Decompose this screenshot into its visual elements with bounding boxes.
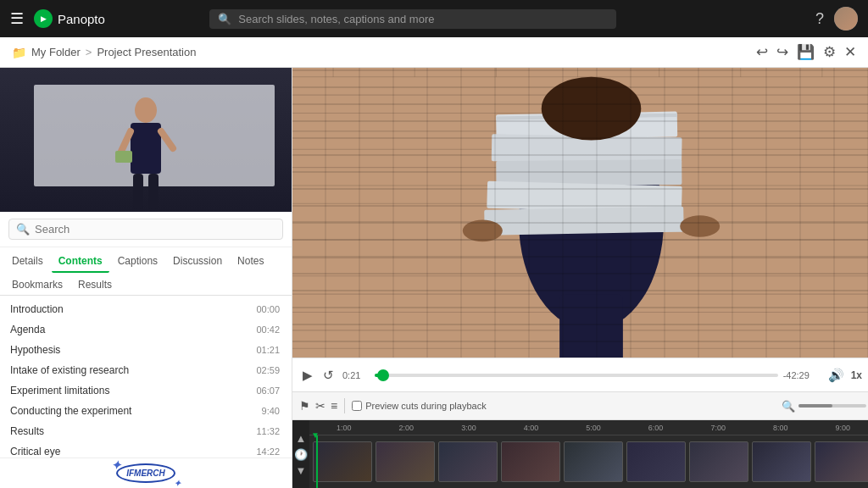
timeline-tracks[interactable] bbox=[309, 435, 868, 488]
brick-overlay bbox=[292, 68, 868, 358]
thumbnail-item[interactable] bbox=[752, 441, 811, 482]
avatar[interactable] bbox=[834, 7, 858, 30]
main-content: 🔍 Details Contents Captions Discussion N… bbox=[0, 68, 868, 488]
thumbnail-item[interactable] bbox=[313, 441, 372, 482]
avatar-image bbox=[834, 7, 858, 30]
close-button[interactable]: ✕ bbox=[844, 43, 856, 61]
global-search-input[interactable] bbox=[238, 13, 608, 25]
list-item[interactable]: Agenda 00:42 bbox=[0, 319, 292, 340]
breadcrumb-title: Project Presentation bbox=[97, 46, 196, 58]
ruler-mark: 3:00 bbox=[437, 424, 500, 432]
left-nav-arrows: ▲ 🕐 ▼ bbox=[292, 420, 309, 488]
rewind-button[interactable]: ↺ bbox=[321, 366, 336, 385]
folder-icon: 📁 bbox=[12, 46, 26, 59]
search-mini: 🔍 🔍 bbox=[782, 400, 868, 413]
content-time: 00:00 bbox=[249, 304, 280, 314]
search-mini-track[interactable] bbox=[798, 404, 866, 408]
tab-notes[interactable]: Notes bbox=[231, 251, 270, 273]
ruler-mark: 7:00 bbox=[687, 424, 749, 432]
list-item[interactable]: Experiment limitations 06:07 bbox=[0, 380, 292, 401]
progress-wrap: 0:21 -42:29 bbox=[342, 370, 821, 380]
list-item[interactable]: Introduction 00:00 bbox=[0, 299, 292, 319]
tab-details[interactable]: Details bbox=[5, 251, 50, 273]
tab-results[interactable]: Results bbox=[71, 274, 119, 295]
thumbnail-item[interactable] bbox=[501, 441, 560, 482]
undo-button[interactable]: ↩ bbox=[756, 43, 768, 61]
breadcrumb-folder[interactable]: My Folder bbox=[31, 46, 81, 58]
tab-contents[interactable]: Contents bbox=[52, 251, 109, 273]
toolbar-divider bbox=[344, 398, 345, 413]
list-item[interactable]: Critical eye 14:22 bbox=[0, 441, 292, 458]
thumbnail-item[interactable] bbox=[438, 441, 498, 482]
left-search-icon: 🔍 bbox=[16, 223, 30, 236]
ruler-mark: 9:00 bbox=[812, 424, 869, 432]
flag-icon[interactable]: ⚑ bbox=[299, 399, 310, 413]
search-mini-fill bbox=[798, 404, 832, 408]
save-button[interactable]: 💾 bbox=[797, 43, 815, 61]
right-area: ▶ ↺ 0:21 -42:29 🔊 1x 👁 ⚑ ✂ ≡ Preview cu bbox=[292, 68, 868, 488]
svg-rect-6 bbox=[115, 151, 132, 163]
timeline-main: 1:00 2:00 3:00 4:00 5:00 6:00 7:00 8:00 … bbox=[309, 420, 868, 488]
tab-bookmarks[interactable]: Bookmarks bbox=[5, 274, 70, 295]
content-time: 9:40 bbox=[249, 406, 280, 416]
content-title: Experiment limitations bbox=[10, 385, 109, 396]
logo-text: Panopto bbox=[58, 12, 105, 26]
progress-track[interactable] bbox=[375, 374, 778, 377]
list-item[interactable]: Hypothesis 01:21 bbox=[0, 340, 292, 360]
watermark-text: IFMERCH bbox=[126, 469, 165, 478]
preview-check: Preview cuts during playback bbox=[352, 401, 486, 411]
svg-line-3 bbox=[161, 131, 173, 148]
help-button[interactable]: ? bbox=[815, 10, 824, 28]
scroll-down-icon[interactable]: ▼ bbox=[296, 464, 307, 477]
time-remaining: -42:29 bbox=[783, 370, 821, 380]
tabs-row: Details Contents Captions Discussion Not… bbox=[0, 247, 292, 296]
preview-label: Preview cuts during playback bbox=[365, 401, 486, 411]
left-search-wrap[interactable]: 🔍 bbox=[8, 219, 283, 240]
list-item[interactable]: Conducting the experiment 9:40 bbox=[0, 401, 292, 421]
tab-discussion[interactable]: Discussion bbox=[166, 251, 229, 273]
settings-button[interactable]: ⚙ bbox=[823, 43, 836, 61]
ruler-mark: 8:00 bbox=[749, 424, 812, 432]
thumbnail-item[interactable] bbox=[564, 441, 623, 482]
svg-rect-4 bbox=[133, 174, 143, 209]
thumbnail-item[interactable] bbox=[626, 441, 686, 482]
redo-button[interactable]: ↪ bbox=[776, 43, 788, 61]
progress-thumb[interactable] bbox=[377, 369, 389, 381]
search-mini-icon[interactable]: 🔍 bbox=[782, 400, 795, 413]
content-time: 00:42 bbox=[249, 324, 280, 335]
contents-list: Introduction 00:00 Agenda 00:42 Hypothes… bbox=[0, 296, 292, 458]
timeline-ruler: 1:00 2:00 3:00 4:00 5:00 6:00 7:00 8:00 … bbox=[309, 420, 868, 435]
content-time: 06:07 bbox=[249, 385, 280, 396]
menu-icon[interactable]: ☰ bbox=[10, 9, 24, 28]
thumbnail-item[interactable] bbox=[689, 441, 748, 482]
list-item[interactable]: Intake of existing research 02:59 bbox=[0, 360, 292, 380]
preview-checkbox[interactable] bbox=[352, 401, 362, 411]
video-main[interactable] bbox=[292, 68, 868, 358]
search-bar-icon: 🔍 bbox=[218, 13, 231, 25]
global-search-bar[interactable]: 🔍 bbox=[209, 9, 616, 29]
tab-captions[interactable]: Captions bbox=[111, 251, 164, 273]
play-button[interactable]: ▶ bbox=[301, 366, 314, 385]
content-title: Results bbox=[10, 425, 44, 437]
breadcrumb-actions: ↩ ↪ 💾 ⚙ ✕ bbox=[756, 43, 856, 61]
clock-icon: 🕐 bbox=[294, 448, 308, 461]
volume-button[interactable]: 🔊 bbox=[828, 368, 844, 383]
speed-button[interactable]: 1x bbox=[851, 369, 862, 381]
content-title: Introduction bbox=[10, 303, 64, 315]
svg-rect-5 bbox=[148, 174, 159, 209]
thumbnail-item[interactable] bbox=[815, 441, 868, 482]
cut-icon[interactable]: ✂ bbox=[315, 399, 326, 413]
content-title: Conducting the experiment bbox=[10, 405, 131, 417]
preview-video[interactable] bbox=[0, 68, 292, 212]
logo[interactable]: Panopto bbox=[34, 9, 105, 28]
ruler-mark: 6:00 bbox=[625, 424, 687, 432]
video-content bbox=[292, 68, 868, 358]
scroll-up-icon[interactable]: ▲ bbox=[296, 432, 307, 445]
controls-bar: ▶ ↺ 0:21 -42:29 🔊 1x 👁 bbox=[292, 358, 868, 391]
thumbnail-item[interactable] bbox=[376, 441, 435, 482]
left-search-input[interactable] bbox=[35, 223, 275, 236]
watermark-area: IFMERCH ✦ ✦ bbox=[0, 458, 292, 488]
nav-right: ? bbox=[815, 7, 858, 30]
list-icon[interactable]: ≡ bbox=[331, 399, 337, 413]
list-item[interactable]: Results 11:32 bbox=[0, 421, 292, 441]
